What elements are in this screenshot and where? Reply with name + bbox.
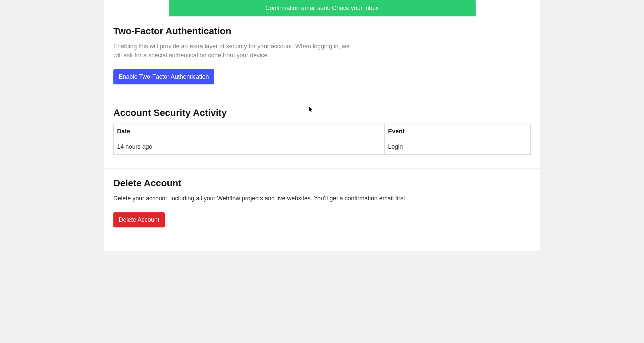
confirmation-message: Confirmation email sent. Check your inbo…: [265, 5, 379, 11]
two-factor-section: Two-Factor Authentication Enabling this …: [104, 16, 540, 98]
activity-cell-event: Login: [384, 139, 530, 155]
activity-table: Date Event 14 hours ago Login: [113, 124, 531, 155]
enable-two-factor-button[interactable]: Enable Two-Factor Authentication: [113, 69, 214, 84]
delete-account-section: Delete Account Delete your account, incl…: [104, 168, 540, 251]
activity-table-header-row: Date Event: [114, 124, 531, 139]
page-bottom-gap: [0, 251, 644, 268]
activity-table-row: 14 hours ago Login: [114, 139, 531, 155]
delete-account-title: Delete Account: [113, 178, 531, 189]
activity-header-date: Date: [114, 124, 385, 139]
activity-cell-date: 14 hours ago: [114, 139, 385, 155]
two-factor-description: Enabling this will provide an extra laye…: [113, 42, 358, 60]
delete-account-description: Delete your account, including all your …: [113, 194, 531, 203]
settings-page: Confirmation email sent. Check your inbo…: [104, 0, 540, 251]
confirmation-banner: Confirmation email sent. Check your inbo…: [169, 0, 476, 16]
two-factor-title: Two-Factor Authentication: [113, 26, 531, 37]
account-activity-title: Account Security Activity: [113, 108, 531, 118]
account-activity-section: Account Security Activity Date Event 14 …: [104, 98, 540, 168]
notification-area: Confirmation email sent. Check your inbo…: [104, 0, 540, 16]
activity-header-event: Event: [384, 124, 530, 139]
delete-account-button[interactable]: Delete Account: [113, 212, 165, 227]
